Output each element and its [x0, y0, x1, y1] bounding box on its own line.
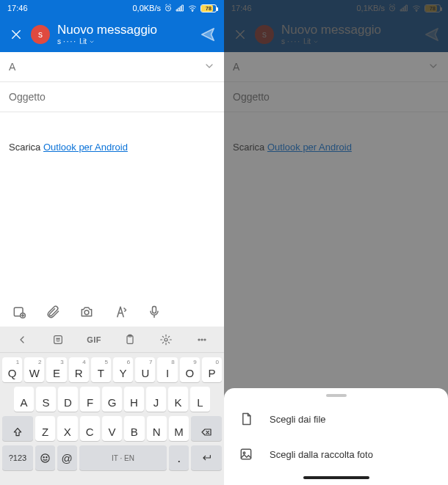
svg-point-17: [46, 456, 47, 457]
keyboard: GIF 1Q2W3E4R5T6Y7U8I9O0P ASDFGHJKL ZXCVB…: [0, 327, 224, 485]
space-key[interactable]: IT · EN: [79, 445, 167, 470]
battery-icon: 78: [200, 4, 217, 12]
choose-from-files[interactable]: Scegli dai file: [224, 401, 448, 437]
key-F[interactable]: F: [80, 387, 100, 412]
wifi-icon: [187, 4, 198, 12]
page-title: Nuovo messaggio: [57, 23, 199, 37]
key-L[interactable]: L: [190, 387, 210, 412]
key-D[interactable]: D: [58, 387, 78, 412]
svg-rect-5: [153, 306, 156, 313]
mic-icon[interactable]: [147, 305, 162, 322]
key-E[interactable]: 3E: [46, 357, 66, 382]
key-U[interactable]: 7U: [135, 357, 155, 382]
choose-from-gallery[interactable]: Scegli dalla raccolta foto: [224, 437, 448, 472]
more-icon[interactable]: [192, 334, 212, 346]
keyboard-toolbar: GIF: [0, 327, 224, 353]
file-icon: [239, 412, 253, 426]
status-time: 17:46: [7, 4, 28, 12]
account-selector[interactable]: s····l.it: [57, 37, 199, 45]
alarm-icon: [164, 4, 173, 12]
svg-point-15: [41, 453, 49, 462]
backspace-key[interactable]: [191, 416, 222, 441]
key-X[interactable]: X: [57, 416, 77, 441]
message-body[interactable]: [0, 112, 224, 142]
chevron-down-icon: [89, 39, 95, 45]
key-K[interactable]: K: [168, 387, 188, 412]
signature: Scarica Outlook per Android: [0, 142, 224, 161]
svg-point-21: [243, 452, 245, 454]
key-Y[interactable]: 6Y: [113, 357, 133, 382]
camera-icon[interactable]: [79, 305, 94, 322]
key-O[interactable]: 9O: [180, 357, 200, 382]
svg-rect-20: [241, 449, 250, 459]
svg-point-11: [165, 338, 167, 341]
svg-point-7: [57, 338, 57, 339]
signal-icon: [176, 4, 184, 12]
clipboard-icon[interactable]: [120, 334, 140, 346]
symbols-key[interactable]: ?123: [2, 445, 33, 470]
sheet-handle[interactable]: [326, 394, 347, 397]
compose-header: s Nuovo messaggio s····l.it: [0, 16, 224, 52]
avatar[interactable]: s: [31, 25, 50, 44]
key-M[interactable]: M: [169, 416, 189, 441]
home-indicator: [303, 476, 369, 479]
collapse-icon[interactable]: [12, 334, 32, 346]
close-icon[interactable]: [7, 26, 25, 43]
svg-point-13: [201, 339, 203, 340]
status-bar: 17:46 0,0KB/s 78: [0, 0, 224, 16]
settings-icon[interactable]: [156, 334, 176, 346]
svg-point-4: [84, 310, 89, 314]
attach-icon[interactable]: [46, 305, 60, 322]
key-B[interactable]: B: [124, 416, 144, 441]
key-A[interactable]: A: [14, 387, 34, 412]
key-G[interactable]: G: [102, 387, 122, 412]
period-key[interactable]: .: [169, 445, 189, 470]
calendar-attach-icon[interactable]: [12, 305, 26, 322]
svg-point-14: [204, 339, 206, 340]
key-N[interactable]: N: [147, 416, 167, 441]
send-button[interactable]: [199, 26, 217, 43]
key-H[interactable]: H: [124, 387, 144, 412]
svg-point-8: [59, 338, 59, 339]
key-C[interactable]: C: [80, 416, 100, 441]
phone-right: 17:46 0,1KB/s 78 s Nuovo messaggio s····…: [224, 0, 448, 485]
key-V[interactable]: V: [102, 416, 122, 441]
emoji-key[interactable]: [35, 445, 55, 470]
svg-point-1: [192, 11, 193, 12]
attachment-sheet: Scegli dai file Scegli dalla raccolta fo…: [224, 388, 448, 485]
compose-toolbar: [0, 299, 224, 327]
key-S[interactable]: S: [36, 387, 56, 412]
image-icon: [239, 447, 253, 462]
key-I[interactable]: 8I: [157, 357, 177, 382]
key-T[interactable]: 5T: [91, 357, 111, 382]
svg-rect-6: [54, 335, 62, 343]
shift-key[interactable]: [2, 416, 33, 441]
subject-field[interactable]: Oggetto: [0, 82, 224, 112]
chevron-down-icon[interactable]: [203, 60, 215, 74]
svg-point-12: [198, 339, 200, 340]
gif-button[interactable]: GIF: [84, 335, 104, 344]
key-Z[interactable]: Z: [35, 416, 55, 441]
svg-point-16: [43, 456, 44, 457]
at-key[interactable]: @: [57, 445, 77, 470]
key-Q[interactable]: 1Q: [2, 357, 22, 382]
sticker-icon[interactable]: [48, 334, 68, 346]
key-R[interactable]: 4R: [69, 357, 89, 382]
format-icon[interactable]: [113, 305, 128, 322]
key-W[interactable]: 2W: [24, 357, 44, 382]
enter-key[interactable]: [191, 445, 222, 470]
outlook-link[interactable]: Outlook per Android: [43, 142, 128, 153]
key-P[interactable]: 0P: [202, 357, 222, 382]
phone-left: 17:46 0,0KB/s 78 s Nuovo messaggio s····…: [0, 0, 224, 485]
key-J[interactable]: J: [146, 387, 166, 412]
status-net: 0,0KB/s: [132, 4, 161, 12]
to-field[interactable]: A: [0, 52, 224, 82]
